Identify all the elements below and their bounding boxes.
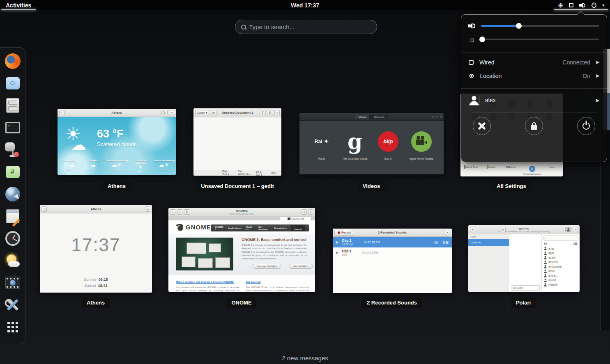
nav-link[interactable]: GNOME 3 (215, 226, 224, 231)
back-button[interactable]: ‹ (59, 110, 64, 115)
window-web-browser[interactable]: ‹ › ↻ GNOMEhttp://www.gnome.org/ ⌕ × GNO… (168, 208, 315, 292)
channel-item[interactable]: Apple Movie Trailers (407, 130, 436, 161)
delete-icon[interactable]: 🗑︎▦ (442, 240, 449, 244)
browser-tab[interactable]: GNOME.org (280, 217, 312, 220)
dock-videos-icon[interactable] (4, 274, 21, 291)
menu-icon[interactable]: ⚙ (267, 110, 273, 115)
close-icon[interactable]: × (440, 115, 442, 119)
window-polari[interactable]: + ⌲ gnomeGNOME General chat — http://www… (468, 225, 580, 292)
window-gedit[interactable]: Open ▾ ▤ Unsaved Document 1 ↧ ⚙ × Plain … (193, 108, 281, 176)
close-button[interactable]: × (573, 227, 578, 232)
dock-firefox-icon[interactable] (4, 53, 21, 69)
user-list-toggle-button[interactable] (565, 227, 571, 232)
dock-terminal-icon[interactable]: >_ (4, 119, 21, 136)
volume-slider[interactable] (481, 23, 599, 29)
tab-channels[interactable]: Channels (370, 115, 388, 119)
user-row[interactable]: amitu (542, 269, 580, 273)
dock-files-icon[interactable] (4, 97, 21, 114)
settings-button[interactable] (473, 117, 491, 135)
settings-item[interactable]: Users (542, 166, 563, 176)
dock-web-icon[interactable] (4, 185, 21, 202)
user-row[interactable]: agiio (542, 251, 580, 255)
window-clocks[interactable]: ‹ Athens × 17:37 Sunrise 06:18 Sunset 18… (40, 205, 152, 293)
join-room-button[interactable]: ⌲ (500, 227, 506, 232)
settings-item[interactable]: Details (481, 166, 502, 176)
location-menu-item[interactable]: ⊕ Location On ▶ (461, 69, 607, 82)
nav-link[interactable]: Applications (228, 227, 242, 229)
system-status-area[interactable]: ⊕ ▾ (554, 0, 608, 10)
add-connection-button[interactable]: + (470, 227, 475, 232)
nav-link[interactable]: Foundation (274, 227, 287, 229)
play-icon[interactable]: ▶ (336, 251, 338, 254)
nav-link[interactable]: About Us (246, 226, 254, 231)
message-tray-notification[interactable]: 2 new messages (0, 355, 610, 362)
chat-area[interactable]: alex285 (509, 234, 542, 292)
search-input[interactable] (249, 23, 371, 30)
refresh-button[interactable]: ↻ (161, 110, 168, 115)
close-button[interactable]: × (169, 110, 174, 115)
close-button[interactable]: × (274, 110, 280, 115)
settings-item[interactable]: ✻Universal Access (522, 166, 542, 176)
record-button[interactable]: Record (334, 230, 354, 236)
search-bar[interactable] (235, 20, 377, 34)
settings-item[interactable]: Sharing (502, 166, 522, 176)
save-icon[interactable]: ▤ (211, 110, 217, 115)
user-search-box[interactable]: ⌕ (543, 236, 578, 240)
tab-width-selector[interactable]: Tab Width: 8 ▾ (238, 170, 250, 176)
message-input[interactable]: alex285 (511, 285, 540, 291)
open-button[interactable]: Open ▾ (195, 110, 209, 115)
user-row[interactable]: amigadave (542, 264, 580, 269)
show-applications-button[interactable] (4, 318, 21, 335)
close-button[interactable]: × (145, 206, 150, 212)
close-button[interactable]: × (445, 230, 450, 235)
clock[interactable]: Wed 17:37 (0, 2, 610, 9)
channel-item-selected[interactable]: gnome (468, 239, 509, 246)
channel-item[interactable]: g The Guardian Videos (340, 130, 370, 161)
user-menu-item[interactable]: alex ▶ (461, 91, 607, 109)
user-row[interactable]: alex285 (542, 260, 580, 264)
discover-gnome-button[interactable]: Discover GNOME 3 (253, 264, 281, 269)
select-icon[interactable]: ✓ (436, 115, 439, 119)
get-gnome-button[interactable]: Get GNOME 3 (289, 264, 313, 269)
dock-weather-icon[interactable] (4, 252, 21, 269)
network-menu-item[interactable]: Wired Connected ▶ (461, 55, 607, 69)
lock-button[interactable] (525, 117, 543, 135)
window-sound-recorder[interactable]: Record 2 Recorded Sounds × ▶ Clip 20:07/… (333, 229, 452, 293)
back-button[interactable]: ‹ (170, 209, 175, 215)
download-icon[interactable]: ↧ (260, 110, 266, 115)
search-icon[interactable]: ⌕ (432, 115, 434, 119)
brightness-slider-knob[interactable] (479, 37, 485, 42)
dock-tools-icon[interactable] (4, 296, 21, 313)
nav-link[interactable]: Get Involved (258, 226, 270, 231)
play-icon[interactable]: ▶ (336, 240, 338, 244)
user-row[interactable]: aday (542, 246, 580, 251)
dock-gedit-icon[interactable] (4, 208, 21, 224)
tab-videos[interactable]: Videos (355, 115, 370, 119)
get-involved-link[interactable]: Get involved (246, 281, 261, 283)
user-row[interactable]: andre... (542, 273, 580, 278)
language-selector[interactable]: Plain Text ▾ (222, 170, 232, 176)
dock-polari-icon[interactable]: # (4, 163, 21, 180)
dock-clocks-icon[interactable] (4, 230, 21, 247)
window-weather[interactable]: ‹ Athens ↻ × ☀☁ 63 °F Scattered clouds T… (58, 109, 176, 175)
search-icon[interactable]: ⌕ (302, 209, 307, 215)
back-button[interactable]: ‹ (41, 206, 47, 212)
reload-button[interactable]: ↻ (184, 209, 190, 215)
window-videos[interactable]: Videos Channels ⌕ ✓ × Rai ✦ Rai.tv g The… (299, 113, 444, 174)
user-row[interactable]: Ardonik (542, 282, 580, 287)
user-row[interactable]: anand.... (542, 278, 580, 282)
volume-slider-knob[interactable] (516, 23, 522, 29)
volume-icon[interactable] (468, 23, 476, 28)
forward-button[interactable]: › (177, 209, 182, 215)
channel-url-link[interactable]: http://www.gnome.org (526, 230, 550, 233)
donation-link[interactable]: Make a donation and become a Friend of G… (176, 281, 234, 283)
channel-item[interactable]: blip Blip.tv (373, 130, 403, 161)
site-search-box[interactable]: ⌕ Search (291, 225, 305, 231)
close-button[interactable]: × (308, 209, 313, 215)
user-row[interactable]: agasti (542, 255, 580, 260)
brightness-slider[interactable] (481, 37, 600, 42)
power-button[interactable] (577, 117, 595, 135)
volume-icon[interactable]: ◁)) (433, 240, 438, 244)
settings-item[interactable]: Date & Time (460, 166, 481, 176)
dock-sound-recorder-icon[interactable] (4, 141, 21, 158)
